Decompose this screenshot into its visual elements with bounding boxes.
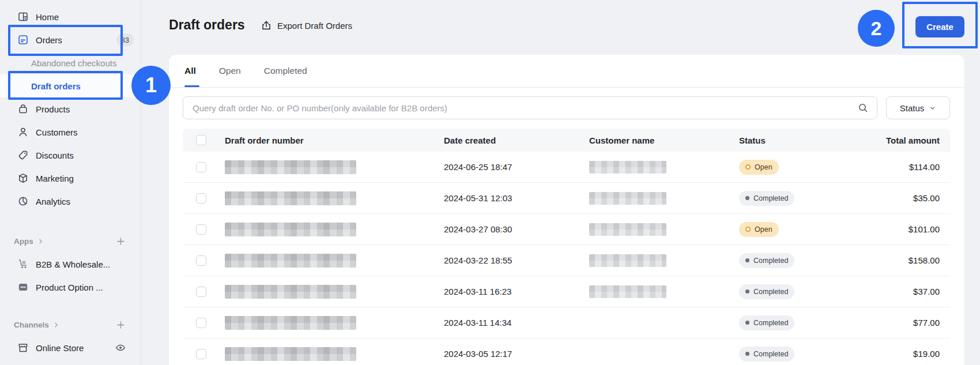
date-created-cell: 2024-03-22 18:55	[444, 255, 589, 265]
status-badge: Open	[739, 222, 779, 237]
annotation-step-1: 1	[131, 66, 171, 105]
sidebar-item-b2b-wholesale[interactable]: B2B & Wholesale...	[0, 253, 141, 276]
sidebar-item-label: Analytics	[36, 197, 70, 206]
sidebar-item-label: Discounts	[36, 150, 74, 160]
search-input[interactable]	[191, 103, 857, 114]
column-header-draft-order-number: Draft order number	[225, 136, 444, 145]
redacted-customer-name	[589, 254, 666, 267]
sidebar-item-label: Customers	[36, 127, 78, 137]
chev-right-icon	[37, 238, 44, 245]
table-row[interactable]: 2024-03-05 12:17Completed$19.00	[183, 338, 950, 365]
date-created-cell: 2024-05-31 12:03	[444, 193, 589, 203]
export-draft-orders-button[interactable]: Export Draft Orders	[261, 20, 352, 31]
sidebar-item-label: Abandoned checkouts	[31, 58, 116, 68]
status-label: Completed	[753, 194, 788, 202]
column-header-status: Status	[739, 136, 877, 145]
redacted-customer-name	[589, 192, 666, 205]
sidebar-item-online-store[interactable]: Online Store	[0, 336, 141, 359]
sidebar-item-orders[interactable]: Orders83	[0, 28, 141, 51]
table-row[interactable]: 2024-05-31 12:03Completed$35.00	[183, 182, 950, 213]
sidebar-item-customers[interactable]: Customers	[0, 121, 141, 144]
date-created-cell: 2024-03-05 12:17	[444, 349, 589, 359]
sidebar-item-analytics[interactable]: Analytics	[0, 190, 141, 213]
status-dot-icon	[745, 289, 749, 293]
table-body: 2024-06-25 18:47Open$114.002024-05-31 12…	[183, 152, 950, 365]
row-checkbox[interactable]	[196, 255, 206, 266]
sidebar-item-label: Product Option ...	[36, 283, 103, 292]
sidebar-item-label: B2B & Wholesale...	[36, 259, 110, 269]
redacted-order-number	[225, 254, 356, 268]
pie-icon	[17, 195, 29, 207]
create-button[interactable]: Create	[915, 16, 964, 37]
status-dot-icon	[745, 258, 749, 262]
date-created-cell: 2024-03-27 08:30	[444, 224, 589, 234]
table-header-row: Draft order number Date created Customer…	[183, 129, 950, 152]
row-checkbox[interactable]	[196, 349, 206, 359]
eye-icon[interactable]	[115, 342, 126, 353]
status-label: Completed	[753, 350, 788, 358]
sidebar-item-draft-orders[interactable]: Draft orders	[0, 74, 141, 97]
row-checkbox[interactable]	[196, 318, 206, 328]
select-all-checkbox[interactable]	[196, 135, 206, 145]
table-row[interactable]: 2024-03-11 16:23Completed$37.00	[183, 276, 950, 307]
table-row[interactable]: 2024-03-27 08:30Open$101.00	[183, 213, 950, 244]
sidebar-section-apps[interactable]: Apps	[0, 229, 141, 253]
annotation-step-2: 2	[858, 10, 895, 47]
home-icon	[17, 11, 29, 22]
sidebar-item-marketing[interactable]: Marketing	[0, 167, 141, 190]
row-checkbox[interactable]	[196, 193, 206, 204]
row-checkbox[interactable]	[196, 287, 206, 297]
redacted-order-number	[225, 160, 356, 174]
sidebar-item-products[interactable]: Products	[0, 97, 141, 121]
date-created-cell: 2024-03-11 16:23	[444, 287, 589, 296]
status-badge: Completed	[739, 347, 794, 362]
sidebar-item-home[interactable]: Home	[0, 5, 141, 28]
status-badge: Completed	[739, 284, 794, 299]
add-apps-button[interactable]	[116, 236, 126, 246]
status-dot-icon	[745, 164, 751, 170]
status-filter-dropdown[interactable]: Status	[886, 96, 950, 119]
row-checkbox[interactable]	[196, 162, 206, 172]
sidebar-nav: HomeOrders83Abandoned checkoutsDraft ord…	[0, 0, 141, 365]
sidebar-item-label: Orders	[36, 35, 62, 45]
chev-right-icon	[52, 321, 60, 329]
table-row[interactable]: 2024-03-11 14:34Completed$77.00	[183, 307, 950, 338]
add-channels-button[interactable]	[116, 320, 126, 330]
bag-icon	[17, 103, 29, 115]
table-row[interactable]: 2024-06-25 18:47Open$114.00	[183, 152, 950, 182]
sidebar-item-product-option[interactable]: Product Option ...	[0, 276, 141, 299]
page-title: Draft orders	[169, 17, 245, 33]
redacted-customer-name	[589, 161, 666, 174]
column-header-total-amount: Total amount	[877, 136, 950, 145]
status-badge: Completed	[739, 191, 794, 206]
total-amount-cell: $158.00	[877, 255, 950, 265]
tab-all[interactable]: All	[184, 55, 196, 87]
total-amount-cell: $114.00	[877, 162, 950, 172]
tab-open[interactable]: Open	[219, 55, 241, 87]
export-icon	[261, 20, 272, 31]
sidebar-item-discounts[interactable]: Discounts	[0, 144, 141, 167]
date-created-cell: 2024-03-11 14:34	[444, 318, 589, 328]
sidebar-item-label: Home	[36, 12, 59, 22]
date-created-cell: 2024-06-25 18:47	[444, 162, 589, 172]
status-dot-icon	[745, 321, 749, 325]
sidebar-item-label: Products	[36, 104, 70, 114]
table-row[interactable]: 2024-03-22 18:55Completed$158.00	[183, 244, 950, 276]
total-amount-cell: $101.00	[877, 224, 950, 234]
orders-icon	[17, 34, 29, 46]
search-icon[interactable]	[857, 102, 869, 114]
sidebar-item-abandoned-checkouts[interactable]: Abandoned checkouts	[0, 51, 141, 74]
store-icon	[17, 342, 29, 353]
total-amount-cell: $77.00	[877, 318, 950, 328]
status-filter-label: Status	[900, 103, 925, 113]
sidebar-item-label: Draft orders	[31, 81, 81, 91]
row-checkbox[interactable]	[196, 224, 206, 235]
status-badge: Open	[739, 160, 779, 175]
sidebar-section-channels[interactable]: Channels	[0, 313, 141, 336]
tab-completed[interactable]: Completed	[264, 55, 307, 87]
export-label: Export Draft Orders	[277, 21, 352, 31]
redacted-order-number	[225, 191, 356, 205]
column-header-customer-name: Customer name	[589, 136, 739, 145]
status-dot-icon	[745, 196, 749, 200]
cube-icon	[17, 172, 29, 184]
